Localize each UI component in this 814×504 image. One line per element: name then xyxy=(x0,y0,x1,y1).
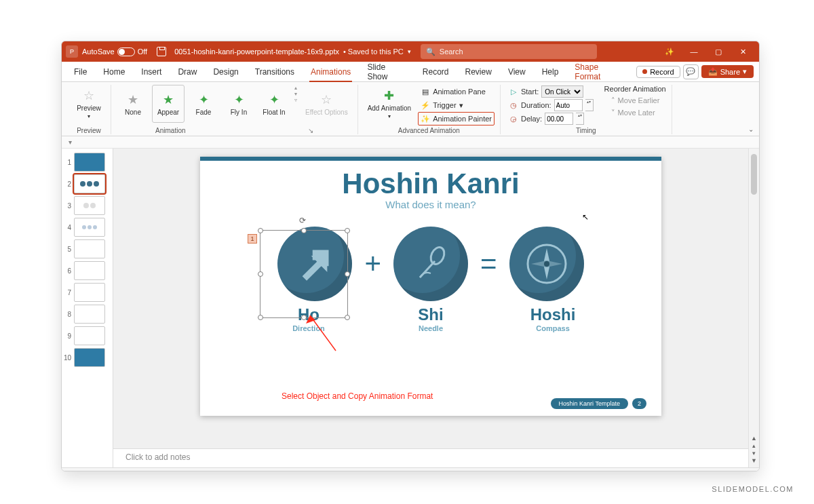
thumbnail-1[interactable] xyxy=(74,153,105,172)
preview-button[interactable]: ☆ Preview▾ xyxy=(73,85,105,123)
tab-slideshow[interactable]: Slide Show xyxy=(360,62,412,82)
share-button[interactable]: 📤 Share ▾ xyxy=(701,65,754,78)
magic-icon[interactable]: ✨ xyxy=(657,41,682,62)
save-icon[interactable] xyxy=(157,47,166,56)
cursor-icon: ↖ xyxy=(582,212,589,222)
equals-icon: = xyxy=(480,248,497,280)
reorder-title: Reorder Animation xyxy=(604,85,666,93)
record-icon xyxy=(642,69,647,74)
record-button[interactable]: Record xyxy=(636,66,680,78)
tab-file[interactable]: File xyxy=(67,62,94,82)
start-select[interactable]: On Click xyxy=(541,85,583,98)
effect-fade[interactable]: ✦Fade xyxy=(187,85,220,123)
chevron-down-icon[interactable]: ▾ xyxy=(408,48,411,55)
star-icon: ✦ xyxy=(196,92,211,107)
add-animation-button[interactable]: ✚Add Animation▾ xyxy=(364,85,416,123)
watermark: SLIDEMODEL.COM xyxy=(712,485,794,493)
effect-appear[interactable]: ★Appear xyxy=(152,85,185,123)
trigger-button[interactable]: ⚡Trigger ▾ xyxy=(418,98,495,112)
thumbnail-4[interactable] xyxy=(74,218,105,237)
ribbon: ☆ Preview▾ Preview ★None ★Appear ✦Fade ✦… xyxy=(62,82,759,136)
thumbnail-3[interactable] xyxy=(74,196,105,215)
comments-button[interactable]: 💬 xyxy=(683,64,699,79)
spinner-icon[interactable]: ▴▾ xyxy=(585,99,594,111)
tab-shape-format[interactable]: Shape Format xyxy=(568,62,631,82)
status-bar: Slide 2 of 10 ▯ English (United States) … xyxy=(62,467,759,471)
thumbnail-10[interactable] xyxy=(74,348,105,367)
close-button[interactable]: ✕ xyxy=(731,41,755,62)
tab-view[interactable]: View xyxy=(501,62,532,82)
painter-icon: ✨ xyxy=(421,115,430,123)
tab-transitions[interactable]: Transitions xyxy=(248,62,301,82)
duration-input[interactable] xyxy=(554,99,583,111)
star-icon: ★ xyxy=(125,92,140,107)
animation-pane-button[interactable]: ▤Animation Pane xyxy=(418,85,495,98)
tab-help[interactable]: Help xyxy=(535,62,566,82)
maximize-button[interactable]: ▢ xyxy=(706,41,731,62)
tab-animations[interactable]: Animations xyxy=(304,62,357,82)
animation-painter-button[interactable]: ✨Animation Painter xyxy=(418,112,495,125)
slide-thumbnails: 1 2 3 4 5 6 7 8 9 10 xyxy=(62,149,113,467)
thumbnail-9[interactable] xyxy=(74,326,105,345)
tab-review[interactable]: Review xyxy=(459,62,499,82)
animation-order-tag[interactable]: 1 xyxy=(248,234,257,244)
notes-pane[interactable]: Click to add notes xyxy=(113,448,748,467)
thumbnail-8[interactable] xyxy=(74,305,105,324)
effects-gallery-more[interactable]: ▴▾▿ xyxy=(293,85,298,103)
pane-icon: ▤ xyxy=(421,88,430,96)
star-icon: ✦ xyxy=(267,92,282,107)
app-icon: P xyxy=(66,45,78,58)
selection-box[interactable]: ⟳ xyxy=(260,230,348,318)
autosave-toggle[interactable]: AutoSave Off xyxy=(82,47,147,56)
star-icon: ☆ xyxy=(81,88,96,103)
rotate-handle-icon[interactable]: ⟳ xyxy=(299,216,309,225)
vertical-scrollbar[interactable]: ▲▴▾▼ xyxy=(748,149,759,467)
resize-handle[interactable] xyxy=(258,271,263,277)
collapse-ribbon-icon[interactable]: ⌄ xyxy=(748,125,754,133)
effect-flyin[interactable]: ✦Fly In xyxy=(222,85,255,123)
effect-none[interactable]: ★None xyxy=(117,85,149,123)
star-icon: ★ xyxy=(161,92,176,107)
tab-record[interactable]: Record xyxy=(416,62,456,82)
thumbnail-5[interactable] xyxy=(74,239,105,258)
play-icon: ▷ xyxy=(509,88,518,96)
slide-title: Hoshin Kanri xyxy=(200,168,661,200)
resize-handle[interactable] xyxy=(258,315,263,320)
group-timing: ▷Start:On Click ◷Duration:▴▾ ◶Delay:▴▾ R… xyxy=(501,85,672,134)
move-earlier: ˄ Move Earlier xyxy=(604,94,666,106)
slide-nav-icons[interactable]: ▲▴▾▼ xyxy=(749,435,759,465)
star-plus-icon: ✚ xyxy=(382,88,397,103)
svg-point-3 xyxy=(544,261,549,267)
resize-handle[interactable] xyxy=(258,228,263,233)
tab-draw[interactable]: Draw xyxy=(171,62,204,82)
tab-insert[interactable]: Insert xyxy=(134,62,168,82)
tab-home[interactable]: Home xyxy=(96,62,132,82)
resize-handle[interactable] xyxy=(345,228,350,233)
minimize-button[interactable]: — xyxy=(682,41,706,62)
search-input[interactable] xyxy=(440,47,592,56)
slide-footer: Hoshin Kanri Template 2 xyxy=(551,398,646,409)
scrollbar-thumb[interactable] xyxy=(751,154,757,195)
resize-handle[interactable] xyxy=(345,315,350,320)
ribbon-tabs: File Home Insert Draw Design Transitions… xyxy=(62,62,759,82)
spinner-icon[interactable]: ▴▾ xyxy=(576,113,584,125)
svg-point-0 xyxy=(428,245,446,266)
thumbnail-6[interactable] xyxy=(74,261,105,280)
autosave-state: Off xyxy=(138,47,147,56)
circle-hoshi[interactable] xyxy=(509,227,584,301)
resize-handle[interactable] xyxy=(301,228,307,233)
footer-page-number: 2 xyxy=(632,398,646,409)
circle-shi[interactable] xyxy=(393,227,468,301)
clock-icon: ◷ xyxy=(509,101,518,110)
delay-input[interactable] xyxy=(545,113,573,125)
save-status: • Saved to this PC xyxy=(343,47,404,56)
thumbnail-7[interactable] xyxy=(74,283,105,302)
search-box[interactable]: 🔍 xyxy=(421,44,597,59)
resize-handle[interactable] xyxy=(345,271,350,277)
thumbnail-2[interactable] xyxy=(74,174,105,193)
tab-design[interactable]: Design xyxy=(206,62,245,82)
slide-canvas[interactable]: Hoshin Kanri What does it mean? + = xyxy=(200,157,661,416)
autosave-label: AutoSave xyxy=(82,47,115,56)
trigger-icon: ⚡ xyxy=(421,101,430,110)
effect-floatin[interactable]: ✦Float In xyxy=(258,85,290,123)
